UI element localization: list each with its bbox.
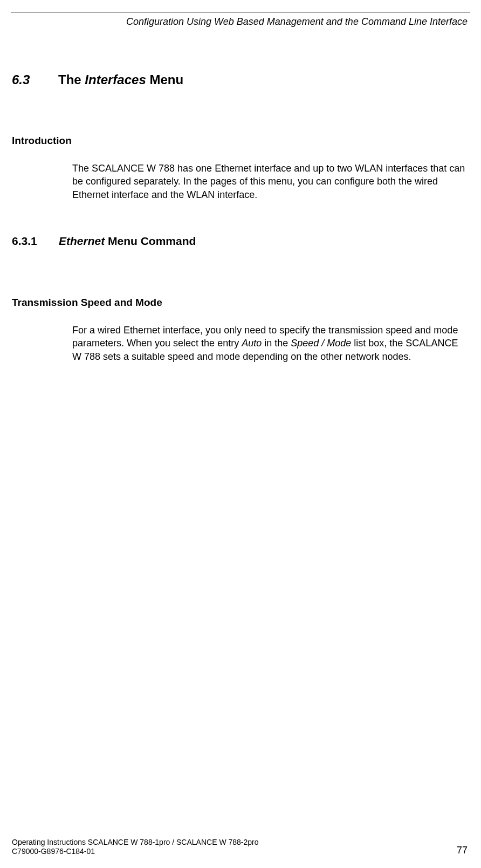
subsection-title-suffix: Menu Command [105,235,196,247]
transmission-body: For a wired Ethernet interface, you only… [72,324,468,363]
subsection-title: Ethernet Menu Command [59,235,196,248]
page-footer: Operating Instructions SCALANCE W 788-1p… [12,838,468,856]
introduction-body: The SCALANCE W 788 has one Ethernet inte… [72,162,468,201]
page-number: 77 [457,845,468,856]
section-title: The Interfaces Menu [58,72,183,87]
transmission-body-italic1: Auto [242,338,262,348]
section-title-suffix: Menu [146,72,183,87]
footer-line1: Operating Instructions SCALANCE W 788-1p… [12,838,468,846]
transmission-body-part2: in the [262,338,291,348]
subsection-number: 6.3.1 [12,235,37,248]
header-divider [11,12,470,12]
introduction-heading: Introduction [12,135,72,147]
section-title-prefix: The [58,72,85,87]
section-number: 6.3 [12,72,30,87]
transmission-body-italic2: Speed / Mode [291,338,351,348]
transmission-heading: Transmission Speed and Mode [12,297,162,309]
footer-line2: C79000-G8976-C184-01 [12,847,95,856]
page-header-title: Configuration Using Web Based Management… [126,16,468,28]
subsection-title-italic: Ethernet [59,235,105,247]
section-title-italic: Interfaces [85,72,146,87]
